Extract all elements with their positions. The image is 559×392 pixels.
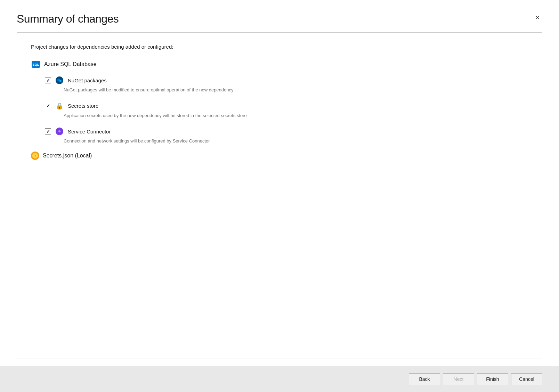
footer: Back Next Finish Cancel: [0, 366, 559, 392]
svg-text:!: !: [34, 154, 35, 157]
close-button[interactable]: ×: [533, 13, 542, 22]
service-connector-label: Service Connector: [68, 129, 111, 134]
service-connector-checkbox[interactable]: [45, 128, 51, 134]
dialog: Summary of changes × Project changes for…: [0, 0, 559, 392]
service-connector-description: Connection and network settings will be …: [64, 138, 528, 145]
nuget-label: NuGet packages: [68, 77, 107, 83]
dialog-content: Project changes for dependencies being a…: [0, 32, 559, 366]
dependency-group: SQL Azure SQL Database: [31, 59, 528, 145]
azure-sql-icon: SQL: [31, 59, 41, 69]
nuget-item-row: NuGet packages NuGet packages will be mo…: [45, 76, 528, 93]
service-connector-icon: [55, 127, 64, 136]
items-list: NuGet packages NuGet packages will be mo…: [45, 76, 528, 145]
dependency-title-text: Azure SQL Database: [44, 61, 97, 67]
service-connector-item-row: Service Connector Connection and network…: [45, 127, 528, 145]
service-connector-item-header: Service Connector: [45, 127, 528, 136]
dependency-title: SQL Azure SQL Database: [31, 59, 528, 69]
project-changes-label: Project changes for dependencies being a…: [31, 44, 528, 50]
secrets-store-description: Application secrets used by the new depe…: [64, 112, 528, 119]
lock-icon: 🔒: [55, 102, 64, 110]
dialog-title: Summary of changes: [17, 13, 119, 25]
nuget-icon: [55, 76, 64, 84]
svg-text:SQL: SQL: [33, 63, 39, 66]
secrets-json-label: Secrets.json (Local): [43, 153, 92, 159]
secrets-json-group: ! Secrets.json (Local): [31, 152, 528, 160]
secrets-store-item-header: 🔒 Secrets store: [45, 102, 528, 110]
nuget-checkbox[interactable]: [45, 77, 51, 83]
secrets-store-checkbox[interactable]: [45, 103, 51, 109]
nuget-description: NuGet packages will be modified to ensur…: [64, 87, 528, 93]
svg-point-6: [58, 130, 60, 132]
secrets-json-icon: !: [31, 152, 39, 160]
secrets-store-label: Secrets store: [68, 103, 98, 109]
nuget-item-header: NuGet packages: [45, 76, 528, 84]
back-button[interactable]: Back: [409, 373, 440, 385]
secrets-store-item-row: 🔒 Secrets store Application secrets used…: [45, 102, 528, 119]
cancel-button[interactable]: Cancel: [511, 373, 542, 385]
title-bar: Summary of changes ×: [0, 0, 559, 32]
changes-box: Project changes for dependencies being a…: [17, 32, 542, 359]
svg-point-4: [59, 80, 62, 82]
next-button[interactable]: Next: [443, 373, 474, 385]
finish-button[interactable]: Finish: [477, 373, 508, 385]
